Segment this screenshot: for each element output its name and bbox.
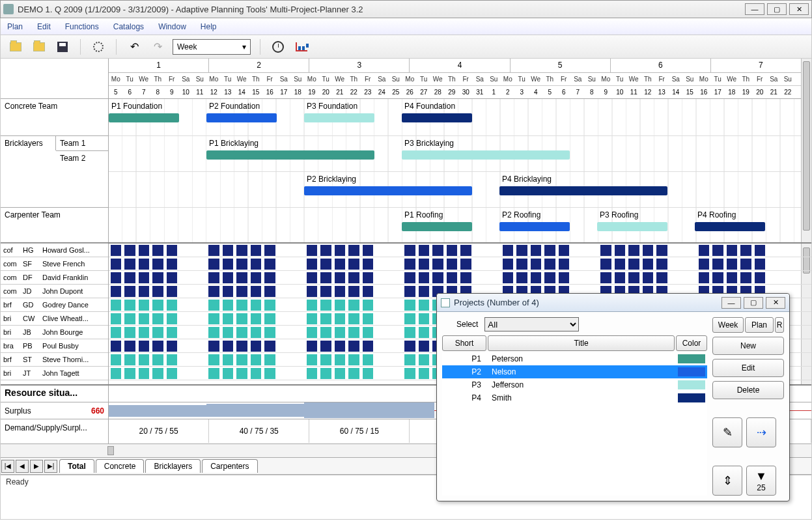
task-bar[interactable]: [304, 186, 472, 195]
tab-nav-prev[interactable]: ◀: [16, 460, 29, 473]
menu-catalogs[interactable]: Catalogs: [111, 21, 147, 33]
task-bar[interactable]: [402, 113, 472, 122]
gantt-vscroll[interactable]: [801, 59, 811, 242]
task-bar[interactable]: [695, 222, 765, 231]
dialog-minimize-button[interactable]: —: [721, 297, 741, 309]
task-bar[interactable]: [206, 150, 374, 160]
project-row[interactable]: P4Smith: [442, 391, 707, 404]
col-title[interactable]: Title: [488, 335, 675, 351]
resource-row-header[interactable]: briCWClive Wheatl...: [1, 312, 108, 326]
clock-button[interactable]: [270, 39, 287, 55]
allocation-block: [251, 286, 262, 297]
resource-row-header[interactable]: braPBPoul Busby: [1, 339, 108, 353]
align-tool-button[interactable]: ⇕: [712, 466, 742, 496]
tab-nav-next[interactable]: ▶: [30, 460, 43, 473]
tab-nav-first[interactable]: |◀: [1, 460, 14, 473]
task-bar[interactable]: [597, 222, 667, 231]
resource-row[interactable]: [109, 244, 811, 257]
allocation-block: [208, 286, 219, 297]
project-row[interactable]: P1Peterson: [442, 352, 707, 365]
allocation-block: [376, 327, 387, 338]
resource-row-header[interactable]: comJDJohn Dupont: [1, 285, 108, 298]
allocation-block: [348, 245, 359, 256]
allocation-block: [152, 245, 163, 256]
task-bar[interactable]: [499, 186, 667, 195]
redo-button[interactable]: [149, 39, 166, 55]
allocation-block: [236, 286, 247, 297]
task-label: P2 Foundation: [209, 102, 260, 111]
project-row[interactable]: P3Jefferson: [442, 378, 707, 391]
dialog-maximize-button[interactable]: ▢: [744, 297, 763, 309]
resource-row-header[interactable]: brfSTSteve Thorni...: [1, 353, 108, 367]
tab-total[interactable]: Total: [59, 459, 94, 473]
projects-dialog[interactable]: Projects (Number of 4) — ▢ ✕ Select All …: [436, 293, 790, 501]
daynum-header: 7: [137, 86, 151, 98]
save-button[interactable]: [54, 39, 71, 55]
daynum-header: 28: [431, 86, 445, 98]
resource-row-header[interactable]: brfGDGodrey Dance: [1, 298, 108, 312]
menu-edit[interactable]: Edit: [35, 21, 53, 33]
select-filter[interactable]: All: [484, 317, 579, 331]
maximize-button[interactable]: ▢: [767, 3, 787, 15]
col-plan[interactable]: Plan: [745, 317, 774, 333]
settings-button[interactable]: [90, 39, 107, 55]
edit-button[interactable]: Edit: [712, 359, 784, 377]
tab-nav-last[interactable]: ▶|: [44, 460, 57, 473]
undo-button[interactable]: [126, 39, 143, 55]
menu-plan[interactable]: Plan: [5, 21, 25, 33]
resource-row[interactable]: [109, 257, 811, 271]
allocation-block: [419, 300, 430, 311]
task-bar[interactable]: [402, 222, 472, 231]
dialog-titlebar[interactable]: Projects (Number of 4) — ▢ ✕: [437, 294, 789, 312]
col-color[interactable]: Color: [676, 335, 707, 351]
tab-carpenters[interactable]: Carpenters: [202, 459, 257, 473]
resource-row-header[interactable]: briJBJohn Bourge: [1, 326, 108, 339]
close-button[interactable]: ✕: [789, 3, 809, 15]
chart-button[interactable]: [293, 39, 310, 55]
col-short[interactable]: Short: [442, 335, 486, 351]
allocation-block: [335, 272, 346, 283]
task-bar[interactable]: [206, 113, 277, 122]
menu-window[interactable]: Window: [156, 21, 189, 33]
new-button[interactable]: New: [712, 337, 784, 355]
allocation-block: [279, 272, 290, 283]
task-bar[interactable]: [402, 150, 570, 160]
col-r[interactable]: R: [775, 317, 784, 333]
minimize-button[interactable]: —: [745, 3, 764, 15]
menu-help[interactable]: Help: [198, 21, 219, 33]
resource-row[interactable]: [109, 271, 811, 285]
allocation-block: [236, 272, 247, 283]
dialog-close-button[interactable]: ✕: [766, 297, 785, 309]
menu-functions[interactable]: Functions: [63, 21, 102, 33]
allocation-block: [335, 327, 346, 338]
link-tool-button[interactable]: ⇢: [746, 417, 776, 447]
open-button[interactable]: [7, 39, 24, 55]
gantt-rowheaders: Concrete Team Bricklayers Team 1 Team 2 …: [1, 59, 109, 242]
task-bar[interactable]: [304, 113, 374, 122]
task-bar[interactable]: [109, 113, 179, 122]
project-row[interactable]: P2Nelson: [442, 365, 707, 378]
dss-cell: 60 / 75 / 15: [309, 419, 410, 443]
allocation-block: [111, 354, 122, 365]
resource-row-header[interactable]: comDFDavid Franklin: [1, 271, 108, 285]
timescale-select[interactable]: Week ▾: [173, 39, 251, 55]
gantt-timeline[interactable]: 1234567 MoTuWeThFrSaSuMoTuWeThFrSaSuMoTu…: [109, 59, 811, 242]
chevron-down-icon: ▾: [242, 42, 246, 51]
resource-row-header[interactable]: cofHGHoward Gosl...: [1, 244, 108, 257]
zoom-button[interactable]: ▼ 25: [746, 466, 776, 496]
allocation-block: [376, 313, 387, 324]
open2-button[interactable]: [31, 39, 48, 55]
pencil-tool-button[interactable]: ✎: [712, 417, 742, 447]
allocation-block: [587, 259, 598, 270]
delete-button[interactable]: Delete: [712, 381, 784, 399]
project-list[interactable]: P1Peterson P2Nelson P3Jefferson P4Smith: [442, 352, 707, 496]
resource-row-header[interactable]: briJTJohn Tagett: [1, 367, 108, 380]
tab-bricklayers[interactable]: Bricklayers: [145, 459, 201, 473]
daynum-header: 27: [417, 86, 431, 98]
col-week[interactable]: Week: [712, 317, 744, 333]
resource-row-header[interactable]: comSFSteve French: [1, 257, 108, 271]
allocation-block: [292, 286, 303, 297]
task-bar[interactable]: [499, 222, 570, 231]
tab-concrete[interactable]: Concrete: [96, 459, 145, 473]
allocation-block: [236, 259, 247, 270]
